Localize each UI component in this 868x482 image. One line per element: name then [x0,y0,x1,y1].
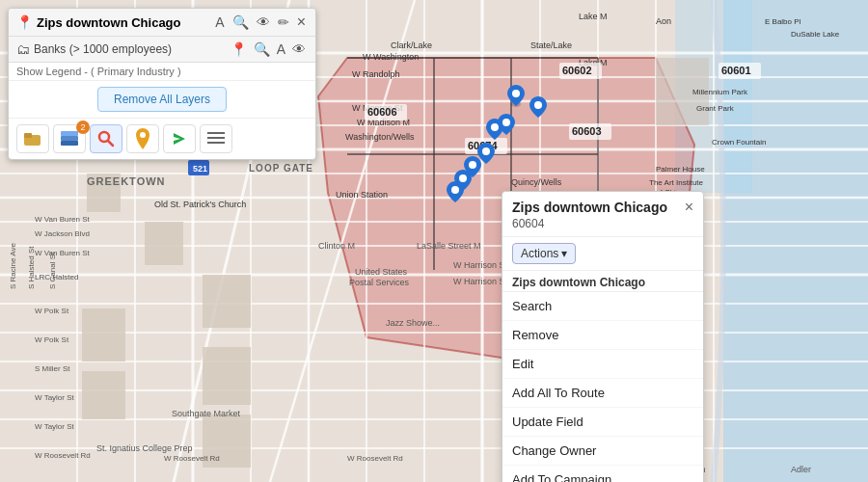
svg-text:Quincy/Wells: Quincy/Wells [511,177,562,187]
svg-text:E Balbo Pl: E Balbo Pl [765,17,801,26]
sublayer-search-icon[interactable]: 🔍 [252,40,272,58]
svg-text:S Canal St: S Canal St [48,252,57,289]
edit-layer-icon[interactable]: ✏ [276,13,291,31]
svg-point-133 [140,132,146,138]
svg-text:Postal Services: Postal Services [349,278,410,287]
svg-text:S Miller St: S Miller St [35,364,70,373]
popup-title: Zips downtown Chicago [512,200,667,215]
popup-actions-row: Actions ▾ [502,237,703,271]
svg-text:60602: 60602 [562,65,592,76]
popup-section-title: Zips downtown Chicago [502,271,703,292]
svg-text:W Harrison St: W Harrison St [453,277,508,286]
popup-close-button[interactable]: × [685,200,693,215]
popup-menu-item[interactable]: Search [502,292,703,321]
legend-text: Show Legend - ( Primary Industry ) [9,63,315,81]
svg-text:S Racine Ave: S Racine Ave [9,243,17,289]
svg-text:W Washington: W Washington [363,52,419,62]
popup-menu-item[interactable]: Remove [502,321,703,350]
svg-text:St. Ignatius College Prep: St. Ignatius College Prep [96,443,193,453]
layer-toolbar: 2 [9,118,315,159]
popup-menu-item[interactable]: Add All To Route [502,379,703,408]
popup-menu-item[interactable]: Update Field [502,408,703,437]
svg-text:W Randolph: W Randolph [352,69,400,79]
svg-point-113 [534,101,542,109]
svg-point-116 [482,147,490,155]
layers-btn-wrap: 2 [53,124,86,153]
svg-text:Millennium Park: Millennium Park [692,88,748,96]
sublayer-title: Banks (> 1000 employees) [34,42,172,56]
svg-rect-37 [145,222,183,265]
svg-rect-34 [82,308,125,362]
close-layer-panel-button[interactable]: × [295,13,308,31]
popup-menu: SearchRemoveEditAdd All To RouteUpdate F… [502,292,703,482]
svg-text:Aon: Aon [656,16,671,26]
popup-menu-item[interactable]: Change Owner [502,437,703,466]
sublayer-pin-icon[interactable]: 📍 [229,40,249,58]
text-format-icon[interactable]: A [213,13,226,31]
svg-text:S Halsted St: S Halsted St [27,246,36,289]
svg-point-114 [491,123,499,131]
folder-btn-wrap [16,124,49,153]
svg-text:W Roosevelt Rd: W Roosevelt Rd [35,451,91,460]
visibility-icon[interactable]: 👁 [255,13,272,31]
svg-text:W Taylor St: W Taylor St [35,393,75,402]
layer-panel-subheader: 🗂 Banks (> 1000 employees) 📍 🔍 A 👁 [9,37,315,63]
svg-text:GREEKTOWN: GREEKTOWN [87,175,166,187]
svg-text:Jazz Showe...: Jazz Showe... [386,318,440,328]
header-icons-group: A 🔍 👁 ✏ [213,13,290,31]
svg-point-115 [502,119,510,126]
layer-panel-header: 📍 Zips downtown Chicago A 🔍 👁 ✏ × [9,9,315,37]
svg-text:Palmer House: Palmer House [656,165,705,174]
popup-panel: Zips downtown Chicago × 60604 Actions ▾ … [502,191,704,482]
remove-all-layers-button[interactable]: Remove All Layers [97,87,227,112]
svg-text:Union Station: Union Station [336,190,388,200]
svg-text:Old St. Patrick's Church: Old St. Patrick's Church [154,200,246,209]
layers-badge: 2 [76,120,90,134]
svg-text:Washington/Wells: Washington/Wells [345,132,415,142]
svg-rect-127 [24,133,32,138]
popup-menu-item[interactable]: Add To Campaign [502,466,703,482]
svg-point-117 [469,161,476,169]
popup-menu-item[interactable]: Edit [502,350,703,379]
svg-rect-38 [203,275,251,328]
sublayer-visibility-icon[interactable]: 👁 [290,40,308,58]
svg-rect-130 [61,141,78,146]
svg-text:521: 521 [193,164,207,174]
svg-point-119 [451,186,459,194]
folder-button[interactable] [16,124,49,153]
svg-text:LOOP GATE: LOOP GATE [249,163,313,174]
svg-text:W Roosevelt Rd: W Roosevelt Rd [164,454,220,463]
svg-text:W Polk St: W Polk St [35,307,69,315]
layer-panel: 📍 Zips downtown Chicago A 🔍 👁 ✏ × 🗂 Bank… [8,8,316,160]
actions-chevron: ▾ [561,247,567,260]
sublayer-text-icon[interactable]: A [275,40,287,58]
svg-text:W Harrison St: W Harrison St [453,260,508,270]
svg-text:W Roosevelt Rd: W Roosevelt Rd [347,454,403,463]
list-button[interactable] [200,124,232,153]
svg-text:W Van Buren St: W Van Buren St [35,215,91,224]
svg-text:State/Lake: State/Lake [530,40,572,50]
svg-rect-35 [82,371,125,419]
svg-text:Clinton M: Clinton M [318,241,355,251]
svg-text:W Jackson Blvd: W Jackson Blvd [35,229,90,238]
svg-text:Clark/Lake: Clark/Lake [391,40,432,50]
actions-button[interactable]: Actions ▾ [512,243,576,264]
svg-rect-135 [207,132,225,134]
svg-text:W Taylor St: W Taylor St [35,422,75,431]
pin-button[interactable] [126,124,159,153]
popup-zip: 60604 [502,217,703,237]
search-layer-icon[interactable]: 🔍 [231,13,251,31]
popup-header: Zips downtown Chicago × [502,192,703,217]
svg-line-132 [108,141,113,146]
pin-icon: 📍 [16,14,33,30]
svg-marker-134 [174,133,185,145]
layers-icon: 🗂 [16,41,30,57]
svg-text:Lake M: Lake M [579,12,608,21]
layer-panel-title: Zips downtown Chicago [37,15,209,30]
map-container: State/Lake Clark/Lake Lake M Aon E Balbo… [0,0,868,482]
search-button[interactable] [90,124,122,153]
route-button[interactable] [163,124,196,153]
svg-rect-137 [207,142,225,144]
svg-rect-39 [203,347,251,405]
svg-text:The Art Institute: The Art Institute [649,178,704,187]
